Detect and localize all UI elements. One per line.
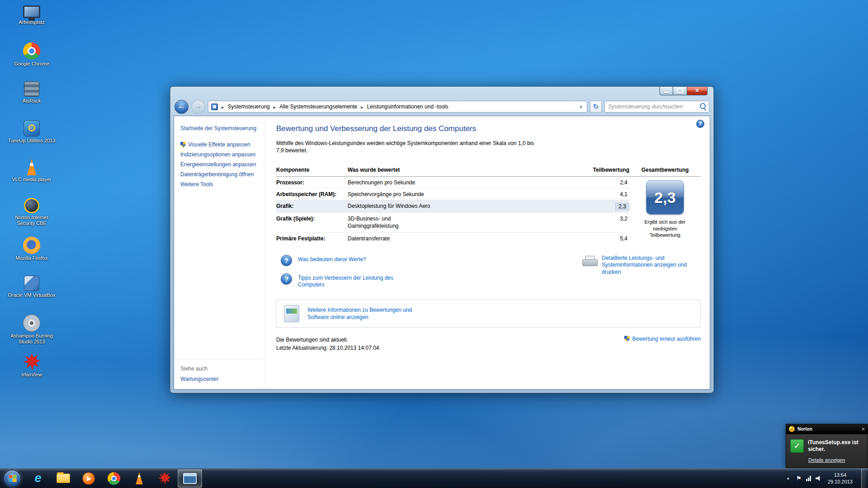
action-center-flag-icon[interactable]: [796, 475, 802, 482]
start-button[interactable]: [4, 470, 21, 487]
close-button[interactable]: [687, 87, 708, 95]
help-icon[interactable]: [696, 120, 704, 128]
desktop-icon-label: TuneUp Utilities 2013: [8, 138, 56, 144]
taskbar-chrome[interactable]: [102, 469, 126, 488]
table-header-row: Komponente Was wurde bewertet Teilbewert…: [276, 165, 701, 177]
sidebar-item-datentraeger[interactable]: Datenträgerbereinigung öffnen: [174, 169, 264, 179]
header-komponente: Komponente: [276, 167, 348, 173]
disc-icon: [23, 314, 40, 332]
taskbar-active-control-panel[interactable]: [178, 469, 202, 488]
desktop-icon-arbeitsplatz[interactable]: Arbeitsplatz: [6, 2, 57, 41]
link-rerun-assessment[interactable]: Bewertung erneut ausführen: [624, 336, 701, 342]
safe-check-icon: [790, 439, 804, 453]
desktop-icon-label: Mozilla Firefox: [16, 255, 48, 261]
desktop-icon-chrome[interactable]: Google Chrome: [6, 41, 57, 80]
desktop-icon-label: VLC media player: [12, 177, 51, 183]
breadcrumb-arrow-icon: [358, 103, 366, 110]
desktop-icon-tuneup[interactable]: TuneUp Utilities 2013: [6, 118, 57, 157]
clock-time: 13:54: [828, 472, 853, 479]
desktop-icon-norton[interactable]: Norton Internet Security CBE: [6, 196, 57, 235]
row-component: Grafik (Spiele):: [276, 216, 348, 222]
sidebar-item-indizierung[interactable]: Indizierungsoptionen anpassen: [174, 150, 264, 160]
minimize-button[interactable]: [660, 87, 673, 95]
back-button[interactable]: [175, 100, 189, 114]
overall-score-badge: 2,3: [646, 180, 684, 215]
header-was-wurde-bewertet: Was wurde bewertet: [348, 167, 575, 173]
chrome-icon: [108, 472, 120, 485]
tray-expand-icon[interactable]: [784, 474, 792, 482]
desktop-icon-virtualbox[interactable]: Oracle VM VirtualBox: [6, 274, 57, 313]
breadcrumb[interactable]: Systemsteuerung Alle Systemsteuerungsele…: [208, 101, 587, 113]
sidebar-item-home[interactable]: Startseite der Systemsteuerung: [174, 124, 264, 132]
folder-icon: [57, 474, 70, 483]
network-icon[interactable]: [806, 476, 811, 481]
row-score: 3,2: [575, 216, 629, 222]
sidebar-item-label: Energieeinstellungen anpassen: [180, 161, 256, 168]
notification-close-icon[interactable]: [861, 426, 865, 432]
sidebar-item-label: Visuelle Effekte anpassen: [188, 141, 250, 148]
taskbar-icons: [25, 469, 203, 488]
breadcrumb-item-leistungsinfo[interactable]: Leistungsinformationen und -tools: [366, 103, 449, 111]
question-icon: [281, 273, 292, 285]
score-value: 3,2: [618, 216, 629, 222]
system-tray: 13:54 29.10.2013: [784, 469, 868, 488]
score-value: 5,4: [618, 235, 629, 242]
page-title: Bewertung und Verbesserung der Leistung …: [276, 124, 701, 133]
row-description: Datentransferrate: [348, 235, 575, 242]
breadcrumb-item-systemsteuerung[interactable]: Systemsteuerung: [226, 103, 270, 111]
desktop-icon-alsrack[interactable]: AlsRack: [6, 80, 57, 118]
sidebar: Startseite der Systemsteuerung Visuelle …: [174, 116, 264, 389]
refresh-button[interactable]: [590, 101, 602, 113]
search-icon: [698, 102, 708, 112]
desktop-icon-irfanview[interactable]: IrfanView: [6, 352, 57, 390]
taskbar-vlc[interactable]: [127, 469, 151, 488]
address-dropdown-icon[interactable]: [578, 103, 584, 110]
taskbar-irfanview[interactable]: [152, 469, 177, 488]
rating-status: Die Bewertungen sind aktuell. Letzte Akt…: [276, 336, 379, 352]
row-description: Berechnungen pro Sekunde: [348, 179, 575, 186]
forward-button-disabled[interactable]: [191, 100, 205, 114]
desktop-icon-label: Google Chrome: [14, 61, 49, 67]
sidebar-item-energie[interactable]: Energieeinstellungen anpassen: [174, 160, 264, 169]
norton-globe-icon: [24, 198, 39, 213]
row-description: Speichervorgänge pro Sekunde: [348, 191, 575, 197]
taskbar-internet-explorer[interactable]: [26, 469, 50, 488]
window-titlebar[interactable]: [174, 87, 710, 99]
row-score: 2,4: [575, 179, 629, 186]
norton-notification: Norton iTunesSetup.exe ist sicher. Detai…: [786, 424, 868, 468]
uac-shield-icon: [180, 142, 186, 148]
virtualbox-cube-icon: [24, 276, 39, 291]
desktop-icon-ashampoo[interactable]: Ashampoo Burning Studio 2013: [6, 313, 57, 352]
show-desktop-button[interactable]: [861, 469, 867, 488]
taskbar-media-player[interactable]: [76, 469, 101, 488]
performance-index-table: Komponente Was wurde bewertet Teilbewert…: [276, 165, 701, 244]
sidebar-item-label: Indizierungsoptionen anpassen: [180, 151, 255, 158]
table-row-festplatte: Primäre Festplatte: Datentransferrate 5,…: [276, 233, 629, 244]
taskbar-explorer[interactable]: [51, 469, 75, 488]
desktop-icon-vlc[interactable]: VLC media player: [6, 157, 57, 196]
firefox-icon: [23, 237, 40, 254]
norton-details-link[interactable]: Details anzeigen: [808, 457, 845, 463]
computer-icon: [23, 5, 40, 18]
sidebar-item-wartungscenter[interactable]: Wartungscenter: [174, 375, 264, 384]
search-input[interactable]: [605, 103, 698, 110]
link-values-meaning[interactable]: Was bedeuten diese Werte?: [281, 255, 402, 266]
table-row-grafik-spiele: Grafik (Spiele): 3D-Business- und Gaming…: [276, 213, 629, 232]
desktop-icon-firefox[interactable]: Mozilla Firefox: [6, 235, 57, 274]
system-window-icon: [183, 473, 197, 484]
link-online-info[interactable]: Weitere Informationen zu Bewertungen und…: [307, 306, 414, 321]
link-label: Detaillierte Leistungs- und Systeminform…: [602, 255, 694, 276]
maximize-button[interactable]: [673, 87, 687, 95]
caption-buttons: [660, 87, 708, 95]
sidebar-item-weitere-tools[interactable]: Weitere Tools: [174, 179, 264, 189]
taskbar-clock[interactable]: 13:54 29.10.2013: [826, 472, 857, 485]
link-tips[interactable]: Tipps zum Verbessern der Leistung des Co…: [281, 273, 402, 289]
volume-icon[interactable]: [816, 476, 821, 481]
software-box-icon: [284, 305, 299, 322]
sidebar-item-visuelle-effekte[interactable]: Visuelle Effekte anpassen: [174, 140, 264, 150]
clock-date: 29.10.2013: [828, 479, 853, 485]
desktop-icons: Arbeitsplatz Google Chrome AlsRack TuneU…: [6, 2, 57, 390]
breadcrumb-item-alle-elemente[interactable]: Alle Systemsteuerungselemente: [278, 103, 358, 111]
window-body: Startseite der Systemsteuerung Visuelle …: [174, 116, 710, 389]
link-detailed-info[interactable]: Detaillierte Leistungs- und Systeminform…: [582, 255, 701, 289]
